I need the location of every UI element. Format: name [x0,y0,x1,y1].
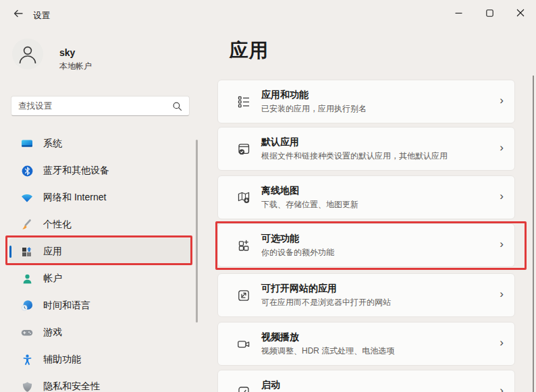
video-playback-icon [236,336,252,352]
card-optional-features[interactable]: 可选功能 你的设备的额外功能 › [217,223,515,267]
page-title: 应用 [230,38,269,63]
minimize-icon [455,9,462,17]
card-subtitle: 根据文件和链接种类设置的默认应用，其他默认应用 [261,150,448,162]
chevron-right-icon: › [500,94,504,107]
main-scrollbar[interactable] [533,76,534,392]
card-title: 默认应用 [261,136,299,148]
optional-features-icon [236,237,252,254]
chevron-right-icon: › [500,384,504,392]
sidebar-item-gaming[interactable]: 游戏 [9,319,192,346]
search-box[interactable] [11,96,190,116]
account-icon [20,272,34,285]
card-title: 可打开网站的应用 [261,283,337,295]
apps-icon [20,245,34,258]
sidebar-item-label: 游戏 [43,327,62,339]
chevron-right-icon: › [500,141,504,155]
back-arrow-icon [13,8,24,19]
search-icon [172,101,182,111]
card-subtitle: 视频调整、HDR 流式处理、电池选项 [261,345,394,357]
sidebar-item-accounts[interactable]: 帐户 [9,265,192,292]
default-apps-icon [236,141,252,157]
close-icon [516,9,525,17]
selected-indicator [9,246,11,258]
sidebar-item-bluetooth[interactable]: 蓝牙和其他设备 [9,157,192,184]
card-apps-features[interactable]: 应用和功能 已安装的应用，应用执行别名 › [217,80,515,123]
close-button[interactable] [505,0,536,26]
sidebar-item-label: 隐私和安全性 [43,381,100,392]
card-default-apps[interactable]: 默认应用 根据文件和链接种类设置的默认应用，其他默认应用 › [217,127,515,171]
maximize-icon [486,9,493,17]
sidebar-item-label: 系统 [43,138,62,150]
card-subtitle: 已安装的应用，应用执行别名 [261,103,367,115]
apps-for-websites-icon [236,287,252,304]
sidebar-item-label: 辅助功能 [43,354,81,366]
card-video-playback[interactable]: 视频播放 视频调整、HDR 流式处理、电池选项 › [217,322,515,366]
startup-icon [236,384,252,392]
card-subtitle: 可在应用而不是浏览器中打开的网站 [261,297,391,308]
titlebar: 设置 [0,0,536,27]
offline-maps-icon [236,190,252,206]
chevron-right-icon: › [500,190,504,203]
minimize-button[interactable] [443,0,474,26]
sidebar-item-label: 帐户 [43,273,62,285]
card-title: 应用和功能 [261,89,309,101]
back-button[interactable] [7,3,30,24]
sidebar-item-system[interactable]: 系统 [9,130,192,157]
window-title: 设置 [33,10,50,22]
accessibility-icon [20,353,34,366]
time-language-icon [20,299,34,312]
card-subtitle: 你的设备的额外功能 [261,247,334,258]
avatar[interactable] [12,38,43,69]
brush-icon [20,218,34,231]
card-title: 视频播放 [261,331,299,343]
sidebar-item-network[interactable]: 网络和 Internet [9,184,192,211]
apps-features-icon [236,94,252,110]
sidebar-item-label: 应用 [43,246,62,258]
card-startup[interactable]: 启动 › [217,370,515,392]
sidebar-item-time-language[interactable]: 时间和语言 [9,292,192,319]
chevron-right-icon: › [500,336,504,349]
card-title: 启动 [261,379,280,391]
wifi-icon [20,191,34,204]
sidebar-item-label: 时间和语言 [43,300,90,312]
user-icon [12,38,43,69]
profile-name: sky [59,47,75,58]
sidebar-item-label: 个性化 [43,219,72,231]
sidebar-item-label: 蓝牙和其他设备 [43,165,109,177]
gamepad-icon [20,326,34,339]
card-offline-maps[interactable]: 离线地图 下载、存储位置、地图更新 › [217,175,515,219]
card-title: 可选功能 [261,233,299,245]
sidebar-item-accessibility[interactable]: 辅助功能 [9,346,192,373]
sidebar-item-privacy[interactable]: 隐私和安全性 [9,373,192,392]
search-input[interactable] [18,101,172,111]
card-apps-for-websites[interactable]: 可打开网站的应用 可在应用而不是浏览器中打开的网站 › [217,273,515,317]
system-icon [20,137,34,150]
card-subtitle: 下载、存储位置、地图更新 [261,199,358,211]
profile-account-type: 本地帐户 [59,61,92,72]
sidebar-item-label: 网络和 Internet [43,192,106,204]
shield-icon [20,380,34,392]
sidebar-item-apps[interactable]: 应用 [9,238,192,265]
card-title: 离线地图 [261,185,299,197]
sidebar-item-personalization[interactable]: 个性化 [9,211,192,238]
bluetooth-icon [20,164,34,177]
chevron-right-icon: › [500,237,504,251]
chevron-right-icon: › [500,287,504,301]
sidebar-scrollbar[interactable] [196,140,198,323]
maximize-button[interactable] [474,0,505,26]
